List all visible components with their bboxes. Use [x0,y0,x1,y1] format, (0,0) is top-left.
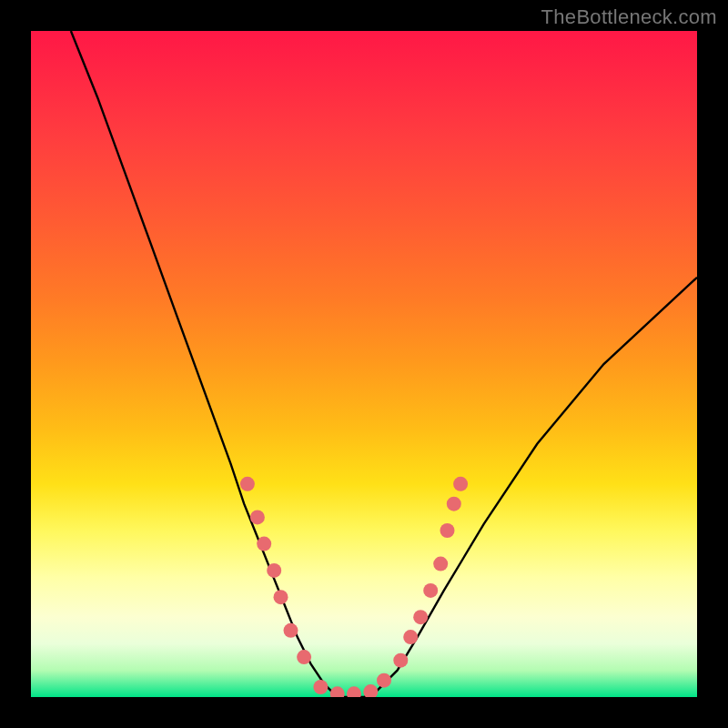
data-markers [240,477,468,697]
data-marker [363,684,378,697]
data-marker [274,590,288,604]
data-marker [413,610,428,624]
data-marker [377,673,391,688]
data-marker [403,630,418,644]
data-marker [393,653,408,668]
data-marker [433,557,448,571]
data-marker [453,477,468,491]
data-marker [330,686,345,697]
data-marker [257,537,271,551]
data-marker [440,523,455,538]
data-marker [240,477,255,491]
data-marker [267,563,281,578]
data-marker [347,686,361,697]
plot-area [31,31,697,697]
bottleneck-curve [71,31,697,697]
data-marker [297,650,311,664]
data-marker [313,680,328,694]
watermark-text: TheBottleneck.com [541,5,717,29]
chart-canvas [31,31,697,697]
data-marker [284,623,298,638]
chart-frame: TheBottleneck.com [0,0,728,728]
data-marker [447,497,461,511]
data-marker [250,510,265,524]
data-marker [423,583,438,598]
